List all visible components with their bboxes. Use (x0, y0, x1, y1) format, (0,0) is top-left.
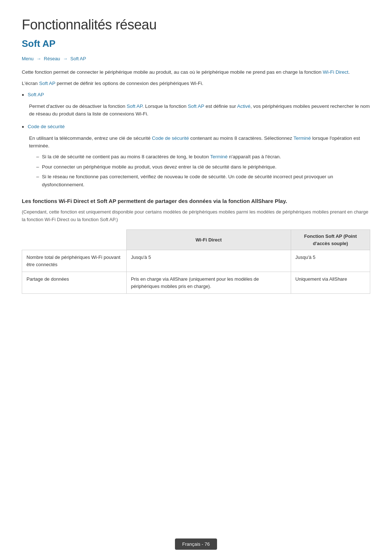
intro-paragraph-1: Cette fonction permet de connecter le pé… (22, 68, 370, 76)
intro-paragraph-2: L'écran Soft AP permet de définir les op… (22, 80, 370, 88)
table-header-softap: Fonction Soft AP (Point d'accès souple) (291, 230, 370, 250)
security-code-link[interactable]: Code de sécurité (152, 135, 189, 141)
table-cell-label-1: Nombre total de périphériques Wi-Fi pouv… (22, 250, 127, 272)
bullet-desc-security: En utilisant la télécommande, entrez une… (29, 134, 370, 189)
sub-bullet-text-1: Si la clé de sécurité ne contient pas au… (42, 153, 281, 161)
section-title: Soft AP (22, 37, 370, 51)
active-link[interactable]: Activé (237, 103, 250, 109)
intro2-start: L'écran (22, 81, 38, 86)
bullet-dot-1: • (22, 90, 24, 100)
breadcrumb-arrow-2: → (63, 56, 69, 61)
breadcrumb: Menu → Réseau → Soft AP (22, 55, 370, 62)
bullet-item-softap: • Soft AP (22, 91, 370, 100)
softap-link-bullet1b[interactable]: Soft AP (188, 103, 204, 109)
bullet-item-security: • Code de sécurité (22, 123, 370, 132)
page-title: Fonctionnalités réseau (22, 15, 370, 35)
bullet1-desc-mid2: est définie sur (204, 103, 237, 109)
table-cell-label-2: Partage de données (22, 272, 127, 294)
table-cell-softap-2: Uniquement via AllShare (291, 272, 370, 294)
bullet1-desc-mid: . Lorsque la fonction (142, 103, 188, 109)
bullet-dot-2: • (22, 122, 24, 132)
sub-bullet-list: – Si la clé de sécurité ne contient pas … (36, 153, 370, 188)
wifi-direct-link-1[interactable]: Wi-Fi Direct (323, 69, 348, 75)
termine-inline-link: Terminé (210, 154, 228, 159)
table-row: Nombre total de périphériques Wi-Fi pouv… (22, 250, 370, 272)
table-cell-wifidirect-2: Pris en charge via AllShare (uniquement … (126, 272, 291, 294)
sub-bullet-item-1: – Si la clé de sécurité ne contient pas … (36, 153, 370, 161)
termine-link[interactable]: Terminé (293, 135, 311, 141)
softap-link-bullet1[interactable]: Soft AP (127, 103, 142, 109)
sub-dash-2: – (36, 163, 39, 171)
intro1-text: Cette fonction permet de connecter le pé… (22, 69, 322, 75)
bullet-section-security: • Code de sécurité En utilisant la téléc… (22, 123, 370, 189)
intro1-end: . (348, 69, 350, 75)
breadcrumb-item-reseau[interactable]: Réseau (44, 56, 60, 61)
bullet-label-security[interactable]: Code de sécurité (28, 123, 65, 130)
comparison-title: Les fonctions Wi-Fi Direct et Soft AP pe… (22, 197, 370, 205)
sub-dash-3: – (36, 173, 39, 181)
sub-bullet-item-3: – Si le réseau ne fonctionne pas correct… (36, 173, 370, 188)
breadcrumb-item-menu[interactable]: Menu (22, 56, 34, 61)
bullet2-desc-mid: contenant au moins 8 caractères. Sélecti… (189, 135, 294, 141)
comparison-table: Wi-Fi Direct Fonction Soft AP (Point d'a… (22, 229, 370, 294)
breadcrumb-arrow-1: → (36, 56, 42, 61)
table-header-wifidirect: Wi-Fi Direct (126, 230, 291, 250)
sub-bullet-item-2: – Pour connecter un périphérique mobile … (36, 163, 370, 171)
sub-dash-1: – (36, 153, 39, 161)
table-cell-wifidirect-1: Jusqu'à 5 (126, 250, 291, 272)
table-header-empty (22, 230, 127, 250)
sub-bullet-text-2: Pour connecter un périphérique mobile au… (42, 163, 277, 171)
sub-bullet-text-3: Si le réseau ne fonctionne pas correctem… (42, 173, 370, 188)
footer: Français - 76 (0, 538, 392, 550)
table-row: Partage de données Pris en charge via Al… (22, 272, 370, 294)
breadcrumb-item-softap[interactable]: Soft AP (70, 56, 86, 61)
bullet1-desc-start: Permet d'activer ou de désactiver la fon… (29, 103, 127, 109)
bullet2-desc-start: En utilisant la télécommande, entrez une… (29, 135, 152, 141)
bullet-label-softap[interactable]: Soft AP (28, 91, 44, 98)
footer-badge: Français - 76 (175, 538, 217, 550)
intro2-end: permet de définir les options de connexi… (57, 81, 203, 86)
bullet-desc-softap: Permet d'activer ou de désactiver la fon… (29, 102, 370, 118)
table-cell-softap-1: Jusqu'à 5 (291, 250, 370, 272)
softap-link-intro[interactable]: Soft AP (39, 81, 57, 86)
bullet-section-softap: • Soft AP Permet d'activer ou de désacti… (22, 91, 370, 118)
comparison-note: (Cependant, cette fonction est uniquemen… (22, 208, 370, 224)
